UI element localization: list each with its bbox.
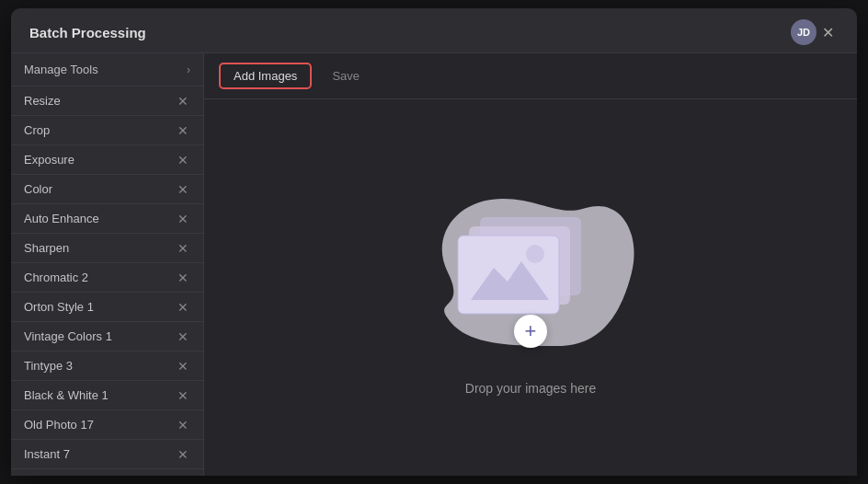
chevron-right-icon: › xyxy=(187,63,190,76)
manage-tools-row[interactable]: Manage Tools › xyxy=(11,53,203,86)
modal-title: Batch Processing xyxy=(29,25,146,40)
add-images-button[interactable]: Add Images xyxy=(219,63,312,89)
tool-item-label: Sharpen xyxy=(24,241,69,255)
modal-header: Batch Processing JD ℹ ✕ xyxy=(11,8,857,53)
sidebar-item-vintage-colors-1[interactable]: Vintage Colors 1✕ xyxy=(11,322,203,351)
manage-tools-label: Manage Tools xyxy=(24,63,98,76)
tool-item-label: Vintage Colors 1 xyxy=(24,329,112,343)
svg-rect-2 xyxy=(458,236,559,314)
sidebar-item-chromatic-2[interactable]: Chromatic 2✕ xyxy=(11,263,203,293)
modal-overlay: Batch Processing JD ℹ ✕ Manage Tools › R… xyxy=(0,0,868,484)
remove-tool-black-white-1-button[interactable]: ✕ xyxy=(176,389,190,402)
toolbar: Add Images Save xyxy=(204,53,857,99)
tool-item-label: Exposure xyxy=(24,153,74,167)
sidebar-item-color[interactable]: Color✕ xyxy=(11,175,203,204)
remove-tool-chromatic-2-button[interactable]: ✕ xyxy=(176,271,190,284)
remove-tool-color-button[interactable]: ✕ xyxy=(176,183,190,196)
drop-text: Drop your images here xyxy=(465,381,596,396)
sidebar-item-auto-enhance[interactable]: Auto Enhance✕ xyxy=(11,204,203,234)
plus-icon: + xyxy=(514,315,547,348)
tool-item-label: Crop xyxy=(24,123,50,137)
modal-body: Manage Tools › Resize✕Crop✕Exposure✕Colo… xyxy=(11,53,857,476)
tool-item-label: Instant 7 xyxy=(24,447,70,461)
sidebar-item-sharpen[interactable]: Sharpen✕ xyxy=(11,234,203,263)
tool-list: Resize✕Crop✕Exposure✕Color✕Auto Enhance✕… xyxy=(11,86,203,476)
remove-tool-exposure-button[interactable]: ✕ xyxy=(176,154,190,167)
tool-item-label: Color xyxy=(24,182,52,196)
remove-tool-old-photo-17-button[interactable]: ✕ xyxy=(176,419,190,432)
avatar: JD xyxy=(791,19,817,45)
remove-tool-tintype-3-button[interactable]: ✕ xyxy=(176,360,190,373)
sidebar-item-tintype-3[interactable]: Tintype 3✕ xyxy=(11,351,203,381)
save-button[interactable]: Save xyxy=(319,64,372,87)
tool-item-label: Resize xyxy=(24,94,61,108)
sidebar-item-resize[interactable]: Resize✕ xyxy=(11,86,203,116)
remove-tool-vintage-colors-1-button[interactable]: ✕ xyxy=(176,330,190,343)
sidebar: Manage Tools › Resize✕Crop✕Exposure✕Colo… xyxy=(11,53,204,476)
batch-processing-modal: Batch Processing JD ℹ ✕ Manage Tools › R… xyxy=(11,8,857,476)
drop-area[interactable]: + Drop your images here xyxy=(204,99,857,476)
sidebar-item-black-white-1[interactable]: Black & White 1✕ xyxy=(11,381,203,410)
remove-tool-sharpen-button[interactable]: ✕ xyxy=(176,242,190,255)
drop-illustration: + xyxy=(420,180,641,364)
sidebar-item-orton-style-1[interactable]: Orton Style 1✕ xyxy=(11,293,203,322)
remove-tool-auto-enhance-button[interactable]: ✕ xyxy=(176,213,190,225)
tool-item-label: Old Photo 17 xyxy=(24,418,94,432)
tool-item-label: Tintype 3 xyxy=(24,359,73,373)
tool-item-label: Orton Style 1 xyxy=(24,300,94,314)
close-button[interactable]: ✕ xyxy=(817,21,839,43)
sidebar-item-instant-7[interactable]: Instant 7✕ xyxy=(11,440,203,469)
tool-item-label: Chromatic 2 xyxy=(24,271,88,284)
main-content: Add Images Save xyxy=(204,53,857,476)
svg-point-3 xyxy=(526,245,544,263)
sidebar-item-old-photo-17[interactable]: Old Photo 17✕ xyxy=(11,410,203,440)
remove-tool-resize-button[interactable]: ✕ xyxy=(176,95,190,108)
remove-tool-crop-button[interactable]: ✕ xyxy=(176,124,190,137)
tool-item-label: Black & White 1 xyxy=(24,388,108,402)
tool-item-label: Auto Enhance xyxy=(24,212,99,225)
sidebar-item-exposure[interactable]: Exposure✕ xyxy=(11,145,203,175)
modal-header-icons: JD ℹ ✕ xyxy=(785,21,839,43)
remove-tool-instant-7-button[interactable]: ✕ xyxy=(176,448,190,461)
sidebar-item-winter-2[interactable]: Winter 2✕ xyxy=(11,469,203,476)
remove-tool-orton-style-1-button[interactable]: ✕ xyxy=(176,301,190,314)
sidebar-item-crop[interactable]: Crop✕ xyxy=(11,116,203,145)
